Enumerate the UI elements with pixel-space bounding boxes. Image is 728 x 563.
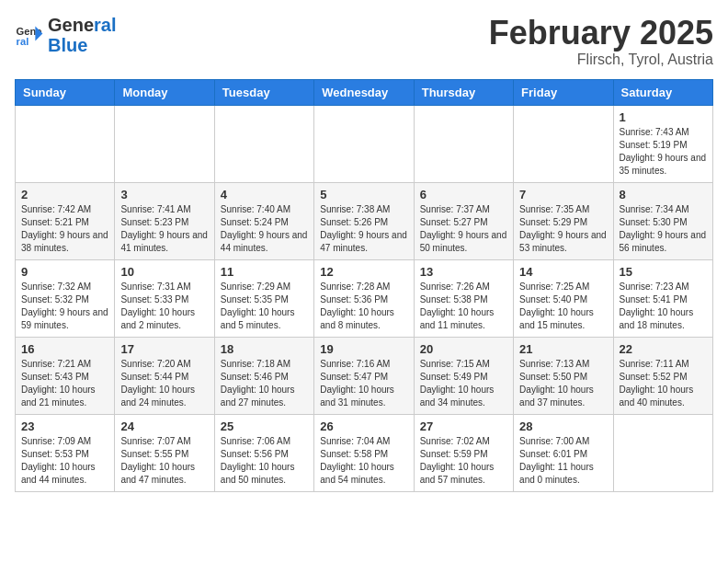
calendar-cell: 15Sunrise: 7:23 AM Sunset: 5:41 PM Dayli…: [613, 259, 712, 337]
calendar-cell: [414, 105, 513, 182]
day-detail: Sunrise: 7:11 AM Sunset: 5:52 PM Dayligh…: [620, 358, 707, 409]
day-number: 22: [620, 342, 707, 356]
svg-text:ral: ral: [17, 36, 29, 47]
day-detail: Sunrise: 7:41 AM Sunset: 5:23 PM Dayligh…: [120, 203, 208, 255]
calendar-cell: [514, 105, 613, 182]
calendar-cell: 9Sunrise: 7:32 AM Sunset: 5:32 PM Daylig…: [16, 259, 115, 337]
day-number: 3: [120, 188, 208, 201]
calendar-cell: 24Sunrise: 7:07 AM Sunset: 5:55 PM Dayli…: [115, 414, 214, 491]
day-number: 2: [21, 188, 108, 201]
calendar-cell: 2Sunrise: 7:42 AM Sunset: 5:21 PM Daylig…: [16, 182, 115, 259]
day-detail: Sunrise: 7:09 AM Sunset: 5:53 PM Dayligh…: [21, 435, 108, 487]
day-of-week-header: Friday: [514, 79, 613, 105]
calendar-cell: [613, 414, 712, 491]
day-detail: Sunrise: 7:40 AM Sunset: 5:24 PM Dayligh…: [221, 203, 308, 255]
day-number: 27: [420, 419, 507, 433]
day-detail: Sunrise: 7:18 AM Sunset: 5:46 PM Dayligh…: [221, 358, 308, 409]
day-of-week-header: Saturday: [613, 79, 712, 105]
day-detail: Sunrise: 7:06 AM Sunset: 5:56 PM Dayligh…: [221, 435, 308, 487]
day-detail: Sunrise: 7:35 AM Sunset: 5:29 PM Dayligh…: [519, 203, 607, 255]
day-number: 6: [420, 188, 507, 201]
day-number: 26: [320, 419, 407, 433]
day-number: 4: [221, 188, 308, 201]
calendar-cell: 14Sunrise: 7:25 AM Sunset: 5:40 PM Dayli…: [514, 259, 613, 337]
calendar-cell: 25Sunrise: 7:06 AM Sunset: 5:56 PM Dayli…: [214, 414, 313, 491]
day-number: 5: [320, 188, 407, 201]
day-detail: Sunrise: 7:29 AM Sunset: 5:35 PM Dayligh…: [221, 281, 308, 332]
logo-icon: Gene ral: [15, 20, 44, 50]
day-number: 11: [221, 265, 308, 279]
calendar-cell: 7Sunrise: 7:35 AM Sunset: 5:29 PM Daylig…: [514, 182, 613, 259]
day-of-week-header: Tuesday: [214, 79, 313, 105]
calendar-cell: 23Sunrise: 7:09 AM Sunset: 5:53 PM Dayli…: [16, 414, 115, 491]
day-of-week-header: Wednesday: [314, 79, 414, 105]
calendar-cell: 22Sunrise: 7:11 AM Sunset: 5:52 PM Dayli…: [613, 337, 712, 414]
calendar-cell: 17Sunrise: 7:20 AM Sunset: 5:44 PM Dayli…: [115, 337, 214, 414]
day-detail: Sunrise: 7:00 AM Sunset: 6:01 PM Dayligh…: [519, 435, 607, 487]
calendar-cell: [16, 105, 115, 182]
calendar-cell: 8Sunrise: 7:34 AM Sunset: 5:30 PM Daylig…: [613, 182, 712, 259]
calendar-cell: 26Sunrise: 7:04 AM Sunset: 5:58 PM Dayli…: [314, 414, 414, 491]
day-number: 13: [420, 265, 507, 279]
day-detail: Sunrise: 7:42 AM Sunset: 5:21 PM Dayligh…: [21, 203, 108, 255]
day-number: 20: [420, 342, 507, 356]
calendar-cell: 16Sunrise: 7:21 AM Sunset: 5:43 PM Dayli…: [16, 337, 115, 414]
day-detail: Sunrise: 7:20 AM Sunset: 5:44 PM Dayligh…: [120, 358, 208, 409]
calendar: SundayMondayTuesdayWednesdayThursdayFrid…: [15, 79, 713, 492]
month-title: February 2025: [489, 15, 713, 52]
day-detail: Sunrise: 7:26 AM Sunset: 5:38 PM Dayligh…: [420, 281, 507, 332]
page-header: Gene ral GeneralBlue February 2025 Flirs…: [15, 15, 713, 68]
day-detail: Sunrise: 7:37 AM Sunset: 5:27 PM Dayligh…: [420, 203, 507, 255]
day-detail: Sunrise: 7:23 AM Sunset: 5:41 PM Dayligh…: [620, 281, 707, 332]
day-number: 7: [519, 188, 607, 201]
title-block: February 2025 Flirsch, Tyrol, Austria: [489, 15, 713, 68]
location: Flirsch, Tyrol, Austria: [489, 52, 713, 68]
day-number: 9: [21, 265, 108, 279]
day-number: 15: [620, 265, 707, 279]
calendar-cell: 13Sunrise: 7:26 AM Sunset: 5:38 PM Dayli…: [414, 259, 513, 337]
calendar-cell: 18Sunrise: 7:18 AM Sunset: 5:46 PM Dayli…: [214, 337, 313, 414]
day-detail: Sunrise: 7:43 AM Sunset: 5:19 PM Dayligh…: [620, 126, 707, 178]
day-number: 17: [120, 342, 208, 356]
calendar-cell: 20Sunrise: 7:15 AM Sunset: 5:49 PM Dayli…: [414, 337, 513, 414]
calendar-cell: 21Sunrise: 7:13 AM Sunset: 5:50 PM Dayli…: [514, 337, 613, 414]
calendar-cell: 19Sunrise: 7:16 AM Sunset: 5:47 PM Dayli…: [314, 337, 414, 414]
day-detail: Sunrise: 7:04 AM Sunset: 5:58 PM Dayligh…: [320, 435, 407, 487]
day-detail: Sunrise: 7:34 AM Sunset: 5:30 PM Dayligh…: [620, 203, 707, 255]
day-number: 24: [120, 419, 208, 433]
day-number: 25: [221, 419, 308, 433]
day-number: 28: [519, 419, 607, 433]
day-number: 1: [620, 110, 707, 124]
day-number: 14: [519, 265, 607, 279]
logo-text: GeneralBlue: [48, 15, 117, 55]
calendar-cell: 3Sunrise: 7:41 AM Sunset: 5:23 PM Daylig…: [115, 182, 214, 259]
calendar-week-row: 1Sunrise: 7:43 AM Sunset: 5:19 PM Daylig…: [16, 105, 713, 182]
calendar-cell: 11Sunrise: 7:29 AM Sunset: 5:35 PM Dayli…: [214, 259, 313, 337]
day-detail: Sunrise: 7:07 AM Sunset: 5:55 PM Dayligh…: [120, 435, 208, 487]
day-detail: Sunrise: 7:31 AM Sunset: 5:33 PM Dayligh…: [120, 281, 208, 332]
calendar-week-row: 2Sunrise: 7:42 AM Sunset: 5:21 PM Daylig…: [16, 182, 713, 259]
calendar-cell: 10Sunrise: 7:31 AM Sunset: 5:33 PM Dayli…: [115, 259, 214, 337]
day-detail: Sunrise: 7:02 AM Sunset: 5:59 PM Dayligh…: [420, 435, 507, 487]
day-number: 12: [320, 265, 407, 279]
calendar-cell: 4Sunrise: 7:40 AM Sunset: 5:24 PM Daylig…: [214, 182, 313, 259]
day-detail: Sunrise: 7:25 AM Sunset: 5:40 PM Dayligh…: [519, 281, 607, 332]
day-detail: Sunrise: 7:16 AM Sunset: 5:47 PM Dayligh…: [320, 358, 407, 409]
logo: Gene ral GeneralBlue: [15, 15, 117, 55]
calendar-week-row: 9Sunrise: 7:32 AM Sunset: 5:32 PM Daylig…: [16, 259, 713, 337]
calendar-cell: 27Sunrise: 7:02 AM Sunset: 5:59 PM Dayli…: [414, 414, 513, 491]
calendar-cell: 1Sunrise: 7:43 AM Sunset: 5:19 PM Daylig…: [613, 105, 712, 182]
calendar-cell: [214, 105, 313, 182]
day-detail: Sunrise: 7:28 AM Sunset: 5:36 PM Dayligh…: [320, 281, 407, 332]
calendar-cell: 5Sunrise: 7:38 AM Sunset: 5:26 PM Daylig…: [314, 182, 414, 259]
day-number: 21: [519, 342, 607, 356]
day-detail: Sunrise: 7:32 AM Sunset: 5:32 PM Dayligh…: [21, 281, 108, 332]
day-of-week-header: Sunday: [16, 79, 115, 105]
calendar-week-row: 16Sunrise: 7:21 AM Sunset: 5:43 PM Dayli…: [16, 337, 713, 414]
day-number: 23: [21, 419, 108, 433]
day-detail: Sunrise: 7:15 AM Sunset: 5:49 PM Dayligh…: [420, 358, 507, 409]
day-of-week-header: Thursday: [414, 79, 513, 105]
day-detail: Sunrise: 7:38 AM Sunset: 5:26 PM Dayligh…: [320, 203, 407, 255]
day-number: 8: [620, 188, 707, 201]
day-number: 19: [320, 342, 407, 356]
